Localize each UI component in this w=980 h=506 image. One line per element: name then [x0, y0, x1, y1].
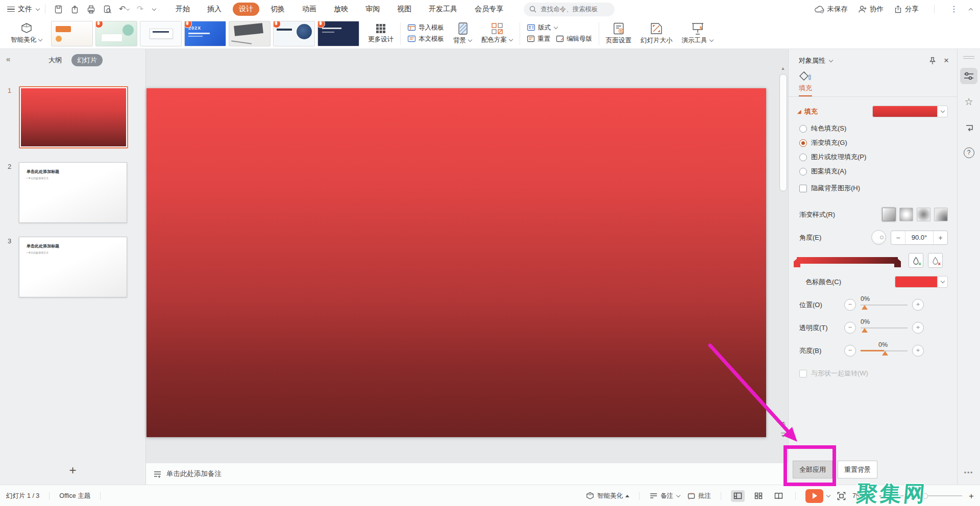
gradient-style-corner-button[interactable]: [934, 208, 948, 221]
gradient-style-radial-button[interactable]: [899, 208, 913, 221]
search-input[interactable]: [540, 5, 609, 13]
chevron-down-icon[interactable]: [828, 59, 833, 63]
template-thumbnail[interactable]: [273, 21, 315, 46]
position-plus-button[interactable]: +: [912, 299, 924, 311]
theme-name[interactable]: Office 主题: [59, 492, 90, 500]
brightness-slider[interactable]: 0%: [861, 350, 908, 351]
scroll-up-icon[interactable]: ▲: [779, 66, 787, 71]
reset-button[interactable]: 重置: [527, 35, 550, 43]
position-minus-button[interactable]: −: [844, 299, 856, 311]
tab-review[interactable]: 审阅: [359, 3, 386, 16]
tab-home[interactable]: 开始: [169, 3, 196, 16]
transparency-plus-button[interactable]: +: [912, 322, 924, 334]
save-icon[interactable]: [54, 5, 63, 14]
export-icon[interactable]: [70, 5, 80, 14]
slider-thumb-icon[interactable]: [862, 328, 868, 333]
animation-rail-button[interactable]: [960, 119, 977, 135]
notes-button[interactable]: 备注: [649, 492, 680, 500]
stop-color-dropdown[interactable]: [895, 276, 948, 288]
add-slide-button[interactable]: +: [69, 464, 76, 476]
gradient-stop-handle-end[interactable]: [894, 259, 901, 267]
picture-fill-radio[interactable]: 图片或纹理填充(P): [799, 153, 957, 162]
transparency-slider[interactable]: 0%: [861, 327, 908, 328]
search-box[interactable]: [524, 3, 615, 16]
edit-master-button[interactable]: 编辑母版: [556, 35, 592, 43]
slide-canvas[interactable]: [146, 88, 766, 437]
text-template-button[interactable]: 本文模板: [407, 35, 444, 43]
hide-background-checkbox[interactable]: 隐藏背景图形(H): [789, 176, 957, 193]
reset-background-button[interactable]: 重置背景: [838, 461, 877, 478]
notes-bar[interactable]: 单击此处添加备注: [146, 463, 788, 485]
more-designs-button[interactable]: 更多设计: [368, 23, 394, 44]
color-scheme-button[interactable]: 配色方案: [481, 22, 513, 44]
add-gradient-stop-button[interactable]: +: [909, 253, 923, 268]
import-template-button[interactable]: 导入模板: [407, 23, 444, 32]
template-thumbnail[interactable]: [95, 21, 137, 46]
angle-plus-button[interactable]: +: [934, 234, 947, 242]
template-thumbnail[interactable]: [317, 21, 359, 46]
gradient-stop-bar[interactable]: [797, 257, 898, 264]
tab-member[interactable]: 会员专享: [469, 3, 509, 16]
collapse-panel-button[interactable]: «: [6, 55, 10, 63]
collaborate-button[interactable]: 协作: [858, 5, 884, 14]
tab-insert[interactable]: 插入: [201, 3, 228, 16]
redo-icon[interactable]: ↷: [135, 5, 145, 14]
normal-view-button[interactable]: [731, 490, 745, 502]
angle-value[interactable]: 90.0°: [905, 231, 934, 244]
solid-fill-radio[interactable]: 纯色填充(S): [799, 124, 957, 133]
scrollbar-thumb[interactable]: [779, 74, 787, 191]
gradient-style-linear-button[interactable]: [882, 208, 896, 221]
layout-button[interactable]: 版式: [527, 23, 592, 32]
brightness-minus-button[interactable]: −: [844, 345, 856, 357]
transparency-minus-button[interactable]: −: [844, 322, 856, 334]
slide-2-thumbnail[interactable]: 单击此处添加标题 • 单击此处添加正文: [19, 162, 127, 223]
template-thumbnail[interactable]: [140, 21, 182, 46]
undo-icon[interactable]: ↶: [119, 5, 129, 14]
tab-slides[interactable]: 幻灯片: [71, 54, 103, 66]
reading-view-button[interactable]: [772, 490, 786, 502]
background-button[interactable]: 背景: [453, 22, 472, 45]
tab-animation[interactable]: 动画: [296, 3, 323, 16]
undo-dropdown-icon[interactable]: [126, 7, 128, 11]
page-setup-button[interactable]: 页面设置: [606, 22, 631, 45]
smart-beautify-status-button[interactable]: 智能美化: [585, 492, 629, 500]
presentation-tools-button[interactable]: 演示工具: [682, 22, 714, 45]
kebab-menu-icon[interactable]: ⋮: [950, 5, 958, 13]
print-icon[interactable]: [86, 5, 96, 14]
tab-design[interactable]: 设计: [233, 3, 259, 16]
gradient-fill-radio[interactable]: 渐变填充(G): [799, 138, 957, 147]
more-quick-commands-icon[interactable]: [152, 7, 156, 12]
angle-dial[interactable]: [871, 230, 886, 245]
effects-rail-button[interactable]: ☆: [960, 93, 977, 110]
pattern-fill-radio[interactable]: 图案填充(A): [799, 167, 957, 176]
slide-size-button[interactable]: 幻灯片大小: [641, 22, 673, 45]
angle-minus-button[interactable]: −: [891, 234, 905, 242]
close-panel-button[interactable]: ×: [944, 56, 949, 66]
gradient-style-rect-button[interactable]: [917, 208, 930, 221]
comments-button[interactable]: 批注: [687, 492, 711, 500]
object-properties-rail-button[interactable]: [960, 68, 977, 84]
fill-section-header[interactable]: ◢ 填充: [797, 107, 818, 116]
fit-to-window-button[interactable]: [837, 492, 846, 500]
save-status[interactable]: 未保存: [815, 5, 848, 14]
tab-slideshow[interactable]: 放映: [328, 3, 354, 16]
print-preview-icon[interactable]: [103, 5, 112, 14]
next-slide-button[interactable]: [780, 432, 786, 438]
slider-thumb-icon[interactable]: [862, 305, 868, 310]
tab-outline[interactable]: 大纲: [43, 54, 67, 66]
brightness-plus-button[interactable]: +: [912, 345, 924, 357]
collapse-ribbon-icon[interactable]: [968, 7, 973, 12]
vertical-scrollbar[interactable]: ▲: [779, 66, 787, 439]
more-panels-icon[interactable]: •••: [964, 469, 974, 476]
template-thumbnail[interactable]: 202X: [184, 21, 226, 46]
template-thumbnail[interactable]: [51, 21, 93, 46]
tab-transitions[interactable]: 切换: [264, 3, 291, 16]
gradient-stop-handle-start[interactable]: [794, 259, 800, 267]
slideshow-play-button[interactable]: [805, 489, 830, 503]
template-thumbnail[interactable]: [229, 21, 271, 46]
fill-tab[interactable]: 填充: [789, 67, 957, 96]
chevron-down-icon[interactable]: [826, 494, 830, 498]
smart-beautify-button[interactable]: 智能美化: [11, 22, 42, 44]
delete-gradient-stop-button[interactable]: ×: [928, 253, 943, 268]
previous-slide-button[interactable]: [780, 422, 786, 427]
